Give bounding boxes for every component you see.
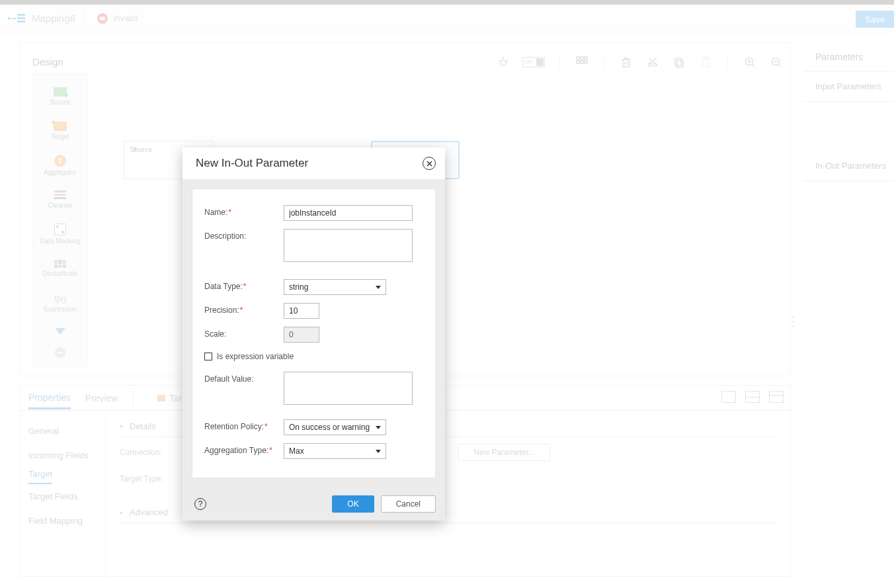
caret-down-icon [376,286,381,289]
retention-select[interactable]: On success or warning [284,419,386,435]
row-retention: Retention Policy:* On success or warning [204,415,423,439]
description-label: Description: [204,229,284,241]
row-default-value: Default Value: [204,368,423,409]
row-name: Name:* [204,201,423,225]
cancel-button[interactable]: Cancel [381,495,436,513]
default-value-label: Default Value: [204,372,284,384]
dialog-title: New In-Out Parameter [196,157,308,170]
default-value-input[interactable] [284,372,413,405]
aggregation-label: Aggregation Type:* [204,443,284,455]
caret-down-icon [376,450,381,453]
caret-down-icon [376,426,381,429]
description-input[interactable] [284,229,413,262]
is-expression-label: Is expression variable [217,352,294,361]
dialog-footer: ? OK Cancel [183,487,445,521]
new-inout-parameter-dialog: New In-Out Parameter Name:* Description:… [183,147,445,521]
row-description: Description: [204,225,423,266]
data-type-label: Data Type:* [204,279,284,291]
scale-label: Scale: [204,327,284,339]
row-is-expression[interactable]: Is expression variable [204,347,423,368]
checkbox-icon[interactable] [204,353,212,360]
close-icon[interactable] [423,157,436,170]
precision-label: Precision:* [204,303,284,315]
aggregation-select[interactable]: Max [284,443,386,459]
dialog-title-bar: New In-Out Parameter [183,147,445,179]
data-type-select[interactable]: string [284,279,386,295]
modal-overlay [0,0,894,588]
row-aggregation: Aggregation Type:* Max [204,439,423,463]
name-input[interactable] [284,205,413,221]
row-scale: Scale: [204,323,423,347]
aggregation-value: Max [289,446,304,456]
data-type-value: string [289,282,308,292]
dialog-form: Name:* Description: Data Type:* string P… [192,189,436,478]
name-label: Name:* [204,205,284,217]
precision-input[interactable] [284,303,319,319]
scale-input [284,327,319,343]
ok-button[interactable]: OK [332,495,374,513]
row-precision: Precision:* [204,299,423,323]
row-data-type: Data Type:* string [204,275,423,299]
retention-value: On success or warning [289,423,370,432]
retention-label: Retention Policy:* [204,419,284,431]
help-icon[interactable]: ? [194,498,206,510]
